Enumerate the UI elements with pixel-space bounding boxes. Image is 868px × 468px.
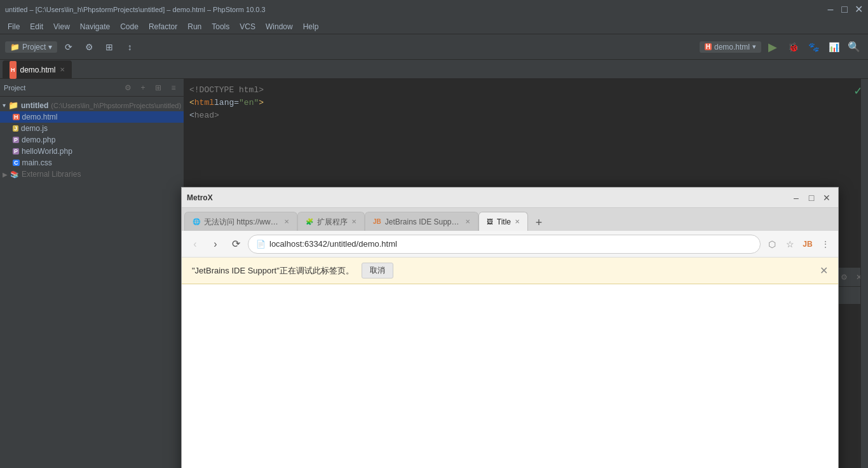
browser-tab-2[interactable]: JB JetBrains IDE Support C... ✕ (365, 212, 478, 231)
menu-run[interactable]: Run (182, 19, 207, 34)
browser-tab-3-close[interactable]: ✕ (515, 212, 520, 231)
file-tab-demo-html[interactable]: H demo.html ✕ (3, 60, 72, 78)
maximize-btn[interactable]: □ (840, 5, 849, 14)
menu-bar: File Edit View Navigate Code Refactor Ru… (0, 19, 868, 34)
project-folder-icon: 📁 (10, 43, 20, 52)
run-button[interactable]: ▶ (764, 38, 782, 56)
sidebar: Project ⚙ + ⊞ ≡ ▾ 📁 untitled (C:\Users\l… (0, 79, 184, 468)
run-file-icon: H (705, 43, 712, 50)
debug-settings-btn[interactable]: ⚙ (837, 271, 850, 284)
profile-button[interactable]: 📊 (825, 38, 843, 56)
browser-tab-2-close[interactable]: ✕ (465, 212, 470, 231)
file-tab-close[interactable]: ✕ (60, 61, 65, 79)
right-scrollbar[interactable] (860, 79, 868, 468)
sidebar-add-btn[interactable]: + (137, 81, 149, 94)
menu-code[interactable]: Code (115, 19, 144, 34)
browser-tab-1-label: 扩展程序 (317, 212, 348, 231)
coverage-button[interactable]: 🐾 (804, 38, 822, 56)
tree-root-folder[interactable]: ▾ 📁 untitled (C:\Users\lin_h\PhpstormPro… (0, 99, 184, 111)
browser-logo: MetroX (187, 193, 213, 202)
browser-tab-3-favicon: 🖼 (487, 212, 493, 231)
browser-reload-btn[interactable]: ⟳ (227, 236, 244, 252)
external-libs-label: External Libraries (22, 170, 81, 179)
jb-btn[interactable]: JB (800, 237, 815, 252)
minimize-btn[interactable]: – (826, 5, 835, 14)
menu-view[interactable]: View (48, 19, 75, 34)
notification-close-btn[interactable]: ✕ (820, 265, 828, 277)
helloworld-php-icon: P (13, 148, 19, 155)
tree-file-demo-html[interactable]: H demo.html (0, 111, 184, 123)
debug-button[interactable]: 🐞 (784, 38, 802, 56)
sidebar-gear-btn[interactable]: ≡ (167, 81, 180, 94)
root-folder-icon: 📁 (8, 100, 18, 110)
new-tab-btn[interactable]: + (531, 214, 547, 231)
star-btn[interactable]: ☆ (782, 237, 797, 252)
browser-tab-bar: 🌐 无法访问 https://www.g... ✕ 🧩 扩展程序 ✕ JB Je… (182, 208, 838, 231)
notification-cancel-button[interactable]: 取消 (362, 263, 393, 279)
browser-close-btn[interactable]: ✕ (820, 191, 833, 204)
tree-file-helloworld-php[interactable]: P helloWorld.php (0, 146, 184, 157)
browser-notification-bar: "JetBrains IDE Support"正在调试此标签页。 取消 ✕ (182, 258, 838, 284)
demo-js-icon: J (13, 125, 18, 132)
browser-content (182, 284, 838, 468)
run-file-label: demo.html (714, 43, 750, 52)
menu-refactor[interactable]: Refactor (144, 19, 182, 34)
browser-address-field[interactable]: 📄 (248, 235, 761, 254)
code-line-1: <!DOCTYPE html> (184, 84, 868, 97)
search-everywhere-btn[interactable]: 🔍 (845, 38, 863, 56)
menu-window[interactable]: Window (261, 19, 298, 34)
project-label: Project (22, 43, 46, 52)
code-line-2: <html lang="en"> (184, 97, 868, 109)
browser-minimize-btn[interactable]: – (790, 191, 803, 204)
menu-vcs[interactable]: VCS (234, 19, 261, 34)
browser-tab-1-close[interactable]: ✕ (351, 212, 356, 231)
menu-dots-btn[interactable]: ⋮ (818, 237, 833, 252)
browser-tab-3-label: Title (497, 212, 511, 231)
main-css-icon: C (13, 160, 20, 166)
browser-tab-0[interactable]: 🌐 无法访问 https://www.g... ✕ (184, 212, 297, 231)
menu-navigate[interactable]: Navigate (75, 19, 115, 34)
sidebar-settings-btn[interactable]: ⚙ (121, 81, 134, 94)
app-body: Project ⚙ + ⊞ ≡ ▾ 📁 untitled (C:\Users\l… (0, 79, 868, 468)
tree-file-demo-php[interactable]: P demo.php (0, 134, 184, 146)
browser-forward-btn[interactable]: › (207, 236, 224, 252)
main-css-name: main.css (22, 158, 52, 167)
project-selector[interactable]: 📁 Project ▾ (5, 41, 57, 53)
collapse-btn[interactable]: ↕ (121, 38, 139, 56)
root-path: (C:\Users\lin_h\PhpstormProjects\untitle… (51, 102, 181, 109)
browser-address-bar: ‹ › ⟳ 📄 ⬡ ☆ JB ⋮ (182, 231, 838, 258)
page-icon: 📄 (256, 240, 266, 249)
close-btn[interactable]: ✕ (854, 5, 863, 14)
scroll-btn[interactable]: ⊞ (100, 38, 118, 56)
tree-file-demo-js[interactable]: J demo.js (0, 123, 184, 134)
browser-tab-1[interactable]: 🧩 扩展程序 ✕ (297, 212, 365, 231)
menu-edit[interactable]: Edit (25, 19, 48, 34)
bookmark-btn[interactable]: ⬡ (764, 237, 780, 252)
url-input[interactable] (269, 239, 752, 249)
browser-tab-0-close[interactable]: ✕ (284, 212, 289, 231)
menu-tools[interactable]: Tools (207, 19, 234, 34)
browser-window-controls: – □ ✕ (790, 191, 833, 204)
browser-titlebar: MetroX – □ ✕ (182, 188, 838, 208)
sync-btn[interactable]: ⟳ (60, 38, 78, 56)
run-config[interactable]: H demo.html ▾ (700, 41, 761, 53)
window-title: untitled – [C:\Users\lin_h\PhpstormProje… (5, 6, 266, 13)
window-controls: – □ ✕ (826, 5, 863, 14)
menu-help[interactable]: Help (298, 19, 324, 34)
menu-file[interactable]: File (3, 19, 25, 34)
file-tab-bar: H demo.html ✕ (0, 60, 868, 79)
browser-maximize-btn[interactable]: □ (805, 191, 818, 204)
run-config-chevron: ▾ (752, 43, 756, 51)
demo-js-name: demo.js (21, 124, 48, 133)
tree-file-main-css[interactable]: C main.css (0, 157, 184, 169)
project-chevron-icon: ▾ (48, 43, 52, 52)
config-btn[interactable]: ⚙ (80, 38, 98, 56)
browser-tab-3[interactable]: 🖼 Title ✕ (478, 212, 528, 231)
tree-external-libs[interactable]: ▶ 📚 External Libraries (0, 169, 184, 180)
demo-html-name: demo.html (22, 113, 58, 121)
external-libs-icon: 📚 (10, 170, 19, 179)
demo-php-name: demo.php (22, 135, 55, 144)
sidebar-scroll-btn[interactable]: ⊞ (152, 81, 165, 94)
main-toolbar: 📁 Project ▾ ⟳ ⚙ ⊞ ↕ H demo.html ▾ ▶ 🐞 🐾 … (0, 34, 868, 60)
browser-back-btn[interactable]: ‹ (187, 236, 203, 252)
